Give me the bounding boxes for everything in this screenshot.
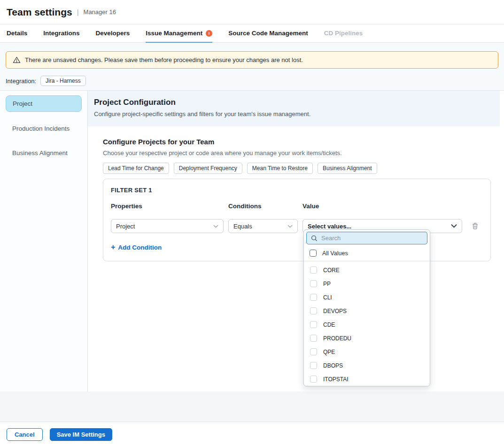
all-values-label: All Values bbox=[322, 250, 348, 257]
tab[interactable]: Developers bbox=[96, 24, 130, 43]
sidebar-item-label: Project bbox=[13, 100, 32, 107]
option-checkbox[interactable] bbox=[310, 280, 317, 287]
dropdown-search[interactable] bbox=[306, 232, 427, 244]
value-placeholder: Select values... bbox=[308, 223, 351, 230]
dropdown-option-list: CORE PP CLI DEVOPS CDE bbox=[304, 261, 430, 386]
integration-label: Integration: bbox=[6, 78, 36, 85]
chevron-down-icon bbox=[213, 225, 218, 228]
warning-triangle-icon bbox=[13, 56, 21, 63]
search-icon bbox=[311, 235, 318, 242]
add-condition-label: Add Condition bbox=[118, 244, 162, 251]
option-checkbox[interactable] bbox=[310, 362, 317, 369]
integration-chip[interactable]: Jira - Harness bbox=[40, 76, 86, 86]
card-subtitle: Choose your respective project or code a… bbox=[103, 149, 504, 157]
option-checkbox[interactable] bbox=[310, 376, 317, 383]
plus-icon: + bbox=[111, 243, 115, 251]
dropdown-option[interactable]: PP bbox=[304, 277, 430, 290]
main-panel: Project Configuration Configure project-… bbox=[88, 91, 504, 392]
sidebar: Project Production Incidents Business Al… bbox=[0, 91, 88, 392]
trash-icon bbox=[472, 222, 479, 230]
bottom-strip bbox=[0, 392, 504, 422]
save-im-settings-button[interactable]: Save IM Settings bbox=[50, 428, 112, 441]
section-title: Project Configuration bbox=[94, 98, 492, 107]
dropdown-option[interactable]: CDE bbox=[304, 318, 430, 331]
section-body: Configure Projects for your Team Choose … bbox=[88, 126, 504, 392]
option-label: ITOPSTAI bbox=[323, 376, 349, 383]
alert-badge-icon: ! bbox=[206, 30, 212, 37]
dropdown-option[interactable]: PIPE bbox=[304, 386, 430, 386]
banner-text: There are unsaved changes. Please save t… bbox=[25, 56, 303, 63]
sidebar-item-label: Business Alignment bbox=[12, 149, 68, 157]
option-checkbox[interactable] bbox=[310, 294, 317, 301]
tab[interactable]: Source Code Management bbox=[228, 24, 308, 43]
properties-select[interactable]: Project bbox=[111, 219, 224, 233]
add-condition-button[interactable]: + Add Condition bbox=[111, 243, 162, 251]
metric-chip[interactable]: Lead Time for Change bbox=[103, 163, 169, 174]
page-header: Team settings | Manager 16 bbox=[0, 0, 504, 24]
dropdown-option[interactable]: DEVOPS bbox=[304, 304, 430, 318]
conditions-label: Conditions bbox=[228, 203, 298, 210]
sidebar-item[interactable]: Business Alignment bbox=[6, 145, 82, 161]
section-subtitle: Configure project-specific settings and … bbox=[94, 110, 492, 118]
option-checkbox[interactable] bbox=[310, 267, 317, 274]
dropdown-option[interactable]: DBOPS bbox=[304, 359, 430, 372]
dropdown-option[interactable]: CLI bbox=[304, 290, 430, 304]
integration-row: Integration: Jira - Harness bbox=[6, 75, 498, 86]
cancel-button[interactable]: Cancel bbox=[7, 428, 43, 441]
team-name-label: Manager 16 bbox=[84, 8, 116, 16]
all-values-option[interactable]: All Values bbox=[304, 248, 430, 261]
tab[interactable]: Issue Management ! bbox=[146, 24, 212, 43]
chevron-down-icon bbox=[451, 224, 457, 228]
delete-filter-button[interactable] bbox=[471, 221, 480, 231]
option-label: DEVOPS bbox=[323, 308, 347, 314]
sidebar-item[interactable]: Production Incidents bbox=[6, 121, 82, 136]
dropdown-option[interactable]: CORE bbox=[304, 263, 430, 277]
option-checkbox[interactable] bbox=[310, 348, 317, 355]
conditions-select[interactable]: Equals bbox=[228, 219, 298, 233]
page-title: Team settings bbox=[7, 7, 72, 18]
option-label: PRODEDU bbox=[323, 335, 351, 342]
card-title: Configure Projects for your Team bbox=[103, 138, 504, 146]
section-header: Project Configuration Configure project-… bbox=[88, 91, 500, 126]
tab-label: Integrations bbox=[43, 30, 79, 37]
dropdown-option[interactable]: ITOPSTAI bbox=[304, 372, 430, 386]
filter-set-card: FILTER SET 1 Properties Conditions Value… bbox=[103, 179, 491, 261]
tab[interactable]: CD Pipelines bbox=[324, 24, 363, 43]
filter-set-title: FILTER SET 1 bbox=[111, 187, 483, 194]
tab[interactable]: Integrations bbox=[43, 24, 79, 43]
title-separator: | bbox=[77, 8, 79, 16]
dropdown-option[interactable]: PRODEDU bbox=[304, 331, 430, 345]
option-label: PP bbox=[323, 281, 331, 287]
search-input[interactable] bbox=[321, 235, 423, 242]
dropdown-option[interactable]: QPE bbox=[304, 345, 430, 359]
tab[interactable]: Details bbox=[7, 24, 27, 43]
metric-chip-row: Lead Time for Change Deployment Frequenc… bbox=[103, 163, 504, 174]
value-dropdown-panel: All Values CORE PP CLI DEVOPS bbox=[303, 229, 430, 386]
tab-bar: Details Integrations Developers Issue Ma… bbox=[0, 24, 504, 43]
properties-select-value: Project bbox=[116, 223, 135, 230]
unsaved-changes-banner: There are unsaved changes. Please save t… bbox=[6, 51, 498, 69]
footer-bar: Cancel Save IM Settings bbox=[0, 422, 504, 447]
metric-chip[interactable]: Mean Time to Restore bbox=[247, 163, 313, 174]
option-label: CLI bbox=[323, 294, 332, 301]
tab-label: CD Pipelines bbox=[324, 30, 363, 37]
properties-label: Properties bbox=[111, 203, 224, 210]
sidebar-item[interactable]: Project bbox=[6, 95, 82, 112]
option-checkbox[interactable] bbox=[310, 335, 317, 342]
value-label: Value bbox=[302, 203, 462, 210]
tab-label: Issue Management bbox=[146, 30, 202, 37]
option-label: DBOPS bbox=[323, 362, 343, 369]
filter-labels-row: Properties Conditions Value bbox=[111, 203, 483, 210]
tab-label: Source Code Management bbox=[228, 30, 308, 37]
option-checkbox[interactable] bbox=[310, 307, 317, 314]
option-label: QPE bbox=[323, 349, 335, 355]
sidebar-item-label: Production Incidents bbox=[12, 125, 70, 132]
option-checkbox[interactable] bbox=[310, 321, 317, 328]
metric-chip[interactable]: Business Alignment bbox=[318, 163, 377, 174]
conditions-select-value: Equals bbox=[233, 223, 252, 230]
tab-label: Details bbox=[7, 30, 27, 37]
all-values-checkbox[interactable] bbox=[310, 250, 317, 257]
metric-chip[interactable]: Deployment Frequency bbox=[174, 163, 242, 174]
option-label: CDE bbox=[323, 322, 335, 328]
chevron-down-icon bbox=[287, 225, 293, 228]
